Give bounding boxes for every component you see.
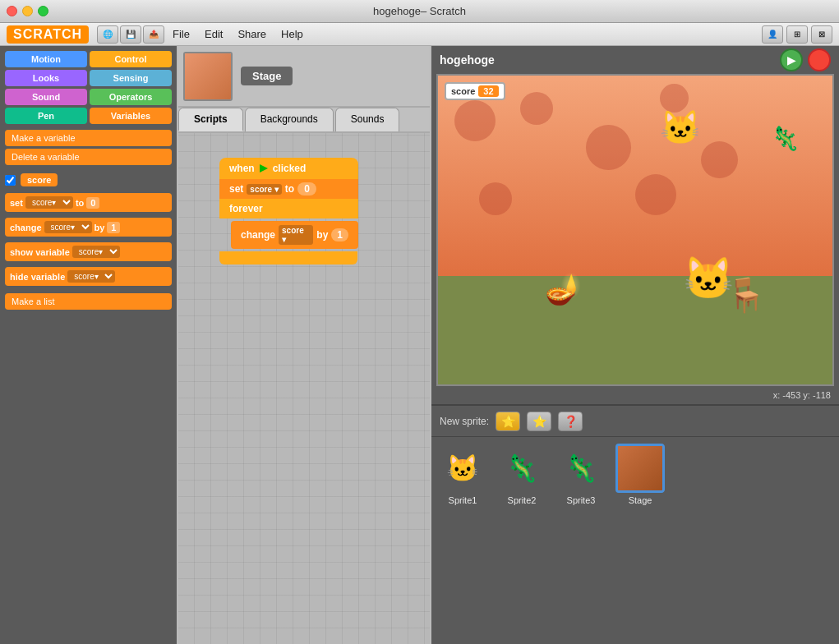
blocks-panel: Motion Control Looks Sensing Sound Opera… bbox=[0, 46, 177, 644]
main-layout: Motion Control Looks Sensing Sound Opera… bbox=[0, 46, 839, 644]
cat-sound-btn[interactable]: Sound bbox=[5, 89, 87, 105]
green-flag-btn[interactable]: ▶ bbox=[780, 48, 803, 71]
set-var-dropdown[interactable]: score▾ bbox=[25, 196, 73, 209]
delete-variable-btn[interactable]: Delete a variable bbox=[5, 149, 172, 165]
scripts-area: Stage Scripts Backgrounds Sounds when cl… bbox=[177, 46, 431, 644]
cat-operators-btn[interactable]: Operators bbox=[90, 89, 172, 105]
tab-scripts[interactable]: Scripts bbox=[178, 108, 243, 131]
hide-var-label: hide variable bbox=[10, 272, 65, 282]
dot3 bbox=[586, 125, 631, 170]
change-val: 1 bbox=[107, 222, 120, 233]
menu-edit[interactable]: Edit bbox=[198, 25, 229, 43]
sprite2-thumb: 🦎 bbox=[497, 444, 546, 493]
cat-variables-btn[interactable]: Variables bbox=[90, 108, 172, 124]
cat-sensing-btn[interactable]: Sensing bbox=[90, 70, 172, 86]
forever-end-cap bbox=[219, 251, 357, 264]
show-var-label: show variable bbox=[10, 247, 70, 257]
show-var-dropdown[interactable]: score▾ bbox=[72, 246, 120, 258]
stage-label[interactable]: Stage bbox=[241, 67, 293, 85]
toolbar-btn-2[interactable]: ⊞ bbox=[786, 25, 808, 44]
stage-sprite-label: Stage bbox=[629, 495, 652, 505]
score-badge: score bbox=[21, 173, 58, 186]
sprite1-thumb: 🐱 bbox=[438, 444, 487, 493]
cat-pen-btn[interactable]: Pen bbox=[5, 108, 87, 124]
sprite1-label: Sprite1 bbox=[449, 495, 477, 505]
var-buttons: Make a variable Delete a variable bbox=[5, 130, 172, 165]
flag-icon bbox=[260, 164, 268, 172]
dot2 bbox=[520, 92, 553, 125]
menu-share[interactable]: Share bbox=[231, 25, 273, 43]
traffic-lights bbox=[7, 6, 48, 16]
toolbar-btn-1[interactable]: 👤 bbox=[762, 25, 783, 44]
tab-backgrounds[interactable]: Backgrounds bbox=[245, 108, 334, 131]
coords-text: x: -453 y: -118 bbox=[773, 390, 831, 400]
score-checkbox[interactable] bbox=[5, 175, 16, 186]
set-block-to: to bbox=[285, 183, 294, 195]
new-sprite-bar: New sprite: ⭐ ⭐ ❓ bbox=[431, 404, 839, 437]
scratch-logo: SCRATCH bbox=[7, 25, 89, 44]
set-block-var: score ▾ bbox=[247, 184, 281, 195]
globe-icon[interactable]: 🌐 bbox=[97, 25, 118, 44]
stage-sprite-item[interactable]: Stage bbox=[615, 444, 665, 505]
stage-sprite-thumb bbox=[615, 444, 665, 493]
cat-motion-btn[interactable]: Motion bbox=[5, 51, 87, 67]
new-sprite-camera-btn[interactable]: ❓ bbox=[558, 412, 583, 431]
set-block[interactable]: set score ▾ to 0 bbox=[219, 178, 358, 200]
sprite2-label: Sprite2 bbox=[508, 495, 537, 505]
tab-sounds[interactable]: Sounds bbox=[335, 108, 400, 131]
dot5 bbox=[701, 141, 738, 178]
change-score-block[interactable]: change score▾ by 1 bbox=[5, 218, 172, 237]
sprite2-character: 🦎 bbox=[771, 125, 800, 152]
change-block-label: change bbox=[241, 229, 275, 241]
make-variable-btn[interactable]: Make a variable bbox=[5, 130, 172, 146]
minimize-button[interactable] bbox=[22, 6, 33, 16]
toolbar-btn-3[interactable]: ⊠ bbox=[811, 25, 832, 44]
change-block-val: 1 bbox=[331, 228, 348, 242]
set-block-label: set bbox=[229, 183, 243, 195]
stop-btn[interactable] bbox=[808, 48, 831, 71]
stage-controls: ▶ bbox=[780, 48, 831, 71]
menu-help[interactable]: Help bbox=[274, 25, 310, 43]
share2-icon[interactable]: 📤 bbox=[143, 25, 164, 44]
sprite3-thumb: 🦎 bbox=[556, 444, 606, 493]
change-by-label: by bbox=[95, 223, 105, 232]
set-to-label: to bbox=[76, 198, 84, 208]
scripts-canvas[interactable]: when clicked set score ▾ to 0 forever bbox=[178, 133, 430, 644]
stage-title: hogehoge bbox=[440, 53, 773, 67]
set-block-val: 0 bbox=[297, 182, 316, 196]
cat-looks-btn[interactable]: Looks bbox=[5, 70, 87, 86]
set-score-block[interactable]: set score▾ to 0 bbox=[5, 193, 172, 212]
forever-label: forever bbox=[229, 203, 263, 214]
score-label: score bbox=[451, 86, 475, 96]
hide-var-dropdown[interactable]: score▾ bbox=[67, 270, 115, 283]
table-object: 🪑 bbox=[726, 276, 767, 315]
save-icon[interactable]: 💾 bbox=[120, 25, 141, 44]
sprite3-item[interactable]: 🦎 Sprite3 bbox=[556, 444, 606, 505]
sprite3-label: Sprite3 bbox=[567, 495, 596, 505]
stage-sprite-mini bbox=[618, 446, 662, 490]
new-sprite-paint-btn[interactable]: ⭐ bbox=[496, 412, 520, 431]
cat-control-btn[interactable]: Control bbox=[90, 51, 172, 67]
coords-bar: x: -453 y: -118 bbox=[431, 386, 839, 404]
menubar: SCRATCH 🌐 💾 📤 File Edit Share Help 👤 ⊞ ⊠ bbox=[0, 23, 839, 46]
change-var-dropdown[interactable]: score▾ bbox=[44, 221, 92, 233]
new-sprite-surprise-btn[interactable]: ⭐ bbox=[527, 412, 551, 431]
sprite1-item[interactable]: 🐱 Sprite1 bbox=[438, 444, 487, 505]
lamp-object: 🪔 bbox=[545, 272, 582, 306]
sprite2-item[interactable]: 🦎 Sprite2 bbox=[497, 444, 546, 505]
show-variable-block[interactable]: show variable score▾ bbox=[5, 242, 172, 261]
window-title: hogehoge– Scratch bbox=[373, 5, 466, 17]
stage-thumbnail[interactable] bbox=[183, 52, 233, 101]
event-block[interactable]: when clicked bbox=[219, 158, 358, 179]
hide-variable-block[interactable]: hide variable score▾ bbox=[5, 267, 172, 286]
menu-file[interactable]: File bbox=[166, 25, 196, 43]
forever-block[interactable]: forever bbox=[219, 199, 358, 218]
maximize-button[interactable] bbox=[38, 6, 48, 16]
close-button[interactable] bbox=[7, 6, 17, 16]
make-list-btn[interactable]: Make a list bbox=[5, 293, 172, 310]
dot7 bbox=[635, 174, 676, 215]
score-display: score 32 bbox=[445, 82, 505, 100]
clicked-label: clicked bbox=[273, 163, 307, 174]
change-block[interactable]: change score ▾ by 1 bbox=[231, 221, 358, 249]
stage-header: hogehoge ▶ bbox=[431, 46, 839, 74]
